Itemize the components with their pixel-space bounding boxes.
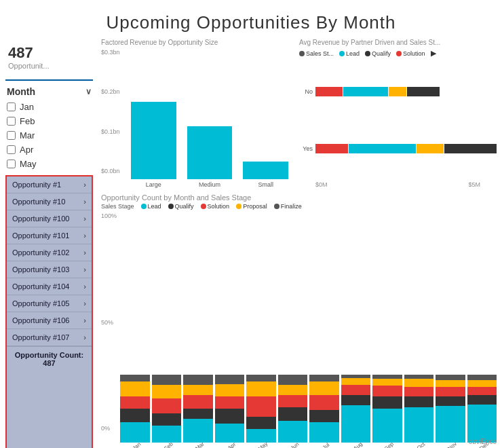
filter-item-label: Feb bbox=[20, 116, 35, 126]
stacked-column bbox=[215, 334, 245, 443]
chevron-right-icon: › bbox=[83, 181, 86, 189]
bar-chart-inner: $0.3bn$0.2bn$0.1bn$0.0bn Large Medium Sm… bbox=[101, 49, 294, 188]
h-bar-segment bbox=[315, 87, 343, 96]
list-item[interactable]: Opportunity #107› bbox=[7, 329, 92, 346]
stacked-segment bbox=[467, 395, 497, 405]
legend-label: Lead bbox=[148, 203, 161, 210]
y-axis-label: $0.3bn bbox=[101, 49, 120, 56]
h-bar-segment bbox=[444, 144, 497, 153]
stacked-bars bbox=[120, 334, 497, 443]
stacked-segment bbox=[152, 398, 182, 413]
filter-item-apr[interactable]: Apr bbox=[5, 143, 93, 157]
legend-circle bbox=[236, 204, 242, 209]
bar-label: Small bbox=[258, 181, 273, 188]
list-item[interactable]: Opportunity #10› bbox=[7, 193, 92, 210]
stacked-segment bbox=[309, 410, 339, 422]
navigate-icon[interactable]: ▶ bbox=[431, 49, 436, 58]
checkbox-mar[interactable] bbox=[7, 131, 16, 140]
y-axis-label: $0.2bn bbox=[101, 88, 120, 95]
filter-header[interactable]: Month ∨ bbox=[5, 85, 93, 100]
stacked-y-label: 0% bbox=[101, 425, 117, 432]
legend-item: Solution bbox=[396, 50, 425, 57]
stacked-segment bbox=[246, 381, 276, 396]
filter-item-jan[interactable]: Jan bbox=[5, 100, 93, 114]
stacked-x-labels: JanFebMarAprMayJunJulAugSepOctNovDec bbox=[101, 444, 497, 448]
filter-item-mar[interactable]: Mar bbox=[5, 128, 93, 143]
legend-label: Solution bbox=[208, 203, 230, 210]
legend-label: Qualify bbox=[372, 50, 391, 57]
legend-label: Sales St... bbox=[306, 50, 334, 57]
legend-circle bbox=[168, 204, 174, 209]
chevron-right-icon: › bbox=[83, 248, 86, 257]
bar-label: Medium bbox=[199, 181, 220, 188]
stacked-chart-title: Opportunity Count by Month and Sales Sta… bbox=[101, 193, 497, 202]
h-bar-row: No bbox=[299, 87, 497, 96]
chevron-right-icon: › bbox=[83, 231, 86, 240]
stacked-segment bbox=[404, 396, 434, 407]
list-item[interactable]: Opportunity #103› bbox=[7, 261, 92, 278]
right-panel: Factored Revenue by Opportunity Size $0.… bbox=[98, 39, 502, 448]
list-item[interactable]: Opportunity #1› bbox=[7, 176, 92, 193]
opportunity-count-footer: Opportunity Count: 487 bbox=[7, 346, 92, 371]
list-item[interactable]: Opportunity #101› bbox=[7, 227, 92, 244]
bar-column: Medium bbox=[187, 126, 233, 188]
stacked-segment bbox=[341, 385, 371, 395]
filter-label: Month bbox=[7, 86, 35, 97]
checkbox-feb[interactable] bbox=[7, 117, 16, 126]
filter-item-label: Apr bbox=[20, 145, 33, 155]
h-bar-stack bbox=[315, 144, 497, 153]
checkbox-jan[interactable] bbox=[7, 102, 16, 111]
filter-item-may[interactable]: May bbox=[5, 157, 93, 171]
filter-item-feb[interactable]: Feb bbox=[5, 114, 93, 128]
stacked-segment bbox=[278, 385, 308, 395]
opportunity-list: Opportunity #1›Opportunity #10›Opportuni… bbox=[5, 175, 93, 448]
list-item[interactable]: Opportunity #106› bbox=[7, 312, 92, 329]
legend-dot bbox=[396, 51, 402, 56]
stacked-segment bbox=[341, 378, 371, 385]
legend-dot bbox=[299, 51, 305, 56]
bar-column: Small bbox=[243, 162, 288, 188]
bar-label: Large bbox=[146, 181, 161, 188]
legend-dot bbox=[365, 51, 370, 56]
checkbox-may[interactable] bbox=[7, 160, 16, 168]
bar-rect bbox=[187, 126, 233, 179]
bar-column: Large bbox=[131, 102, 176, 188]
legend-item: Finalize bbox=[274, 203, 302, 210]
bar-chart-title: Factored Revenue by Opportunity Size bbox=[101, 39, 294, 46]
stacked-segment bbox=[215, 409, 245, 424]
opp-name: Opportunity #103 bbox=[12, 265, 69, 274]
stacked-chart-container: Opportunity Count by Month and Sales Sta… bbox=[101, 193, 497, 448]
stacked-segment bbox=[436, 380, 465, 387]
page-title: Upcoming Opportunities By Month bbox=[0, 0, 502, 39]
chevron-right-icon: › bbox=[83, 316, 86, 324]
stacked-segment bbox=[372, 379, 402, 386]
stacked-segment bbox=[183, 409, 213, 419]
list-item[interactable]: Opportunity #105› bbox=[7, 295, 92, 312]
list-item[interactable]: Opportunity #104› bbox=[7, 278, 92, 295]
h-bar-chart-box: Avg Revenue by Partner Driven and Sales … bbox=[299, 39, 497, 188]
legend-label: Qualify bbox=[175, 203, 194, 210]
stacked-segment bbox=[404, 379, 434, 387]
checkbox-apr[interactable] bbox=[7, 145, 16, 154]
h-bar-segment bbox=[343, 87, 388, 96]
h-bar-chart-title: Avg Revenue by Partner Driven and Sales … bbox=[299, 39, 497, 46]
x-axis-label: $5M bbox=[468, 181, 480, 188]
list-item[interactable]: Opportunity #100› bbox=[7, 210, 92, 227]
list-item[interactable]: Opportunity #102› bbox=[7, 244, 92, 261]
stacked-bars-wrapper: 100%50%0% bbox=[101, 212, 497, 443]
kpi-value: 487 bbox=[8, 44, 90, 62]
month-filter: Month ∨ JanFebMarAprMay bbox=[5, 79, 93, 171]
h-bar-ylabel: No bbox=[299, 88, 313, 95]
y-axis-labels: $0.3bn$0.2bn$0.1bn$0.0bn bbox=[101, 49, 120, 174]
h-bar-chart: Sales St...LeadQualifySolution▶ No Yes $… bbox=[299, 49, 497, 188]
y-axis-label: $0.1bn bbox=[101, 128, 120, 135]
legend-item: Qualify bbox=[365, 50, 391, 57]
opp-name: Opportunity #104 bbox=[12, 282, 69, 291]
opp-name: Opportunity #10 bbox=[12, 198, 65, 206]
stacked-segment bbox=[436, 375, 465, 380]
kpi-block: 487 Opportunit... bbox=[5, 39, 93, 73]
legend-dot bbox=[339, 51, 345, 56]
h-bar-segment bbox=[349, 144, 416, 153]
h-bar-segment bbox=[315, 144, 348, 153]
legend-circle bbox=[141, 204, 147, 209]
